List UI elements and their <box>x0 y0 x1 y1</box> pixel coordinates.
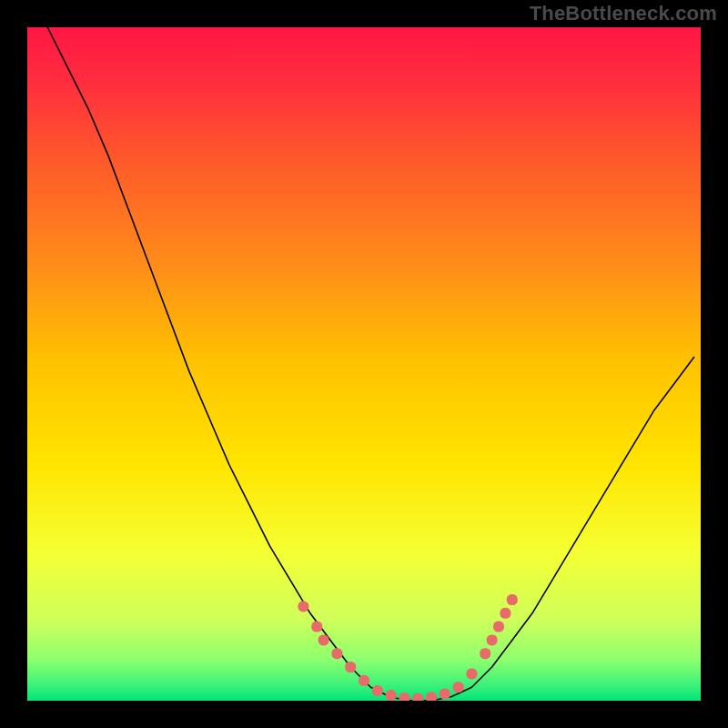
trough-marker <box>453 682 464 693</box>
trough-marker <box>359 675 369 686</box>
trough-marker <box>311 622 322 632</box>
chart-frame: TheBottleneck.com <box>0 0 728 728</box>
trough-marker <box>480 648 490 659</box>
trough-marker <box>466 668 477 679</box>
trough-marker <box>500 608 511 619</box>
trough-marker <box>331 648 342 659</box>
trough-marker <box>298 601 308 612</box>
chart-plot-area <box>27 27 701 701</box>
trough-marker <box>487 634 498 645</box>
trough-marker <box>318 634 329 645</box>
trough-marker <box>507 594 518 605</box>
trough-marker <box>345 662 356 672</box>
gradient-background <box>27 27 701 701</box>
brand-watermark: TheBottleneck.com <box>530 2 717 25</box>
trough-marker <box>372 685 383 696</box>
chart-svg <box>27 27 701 701</box>
trough-marker <box>426 692 437 701</box>
trough-marker <box>493 622 504 632</box>
trough-marker <box>386 690 397 701</box>
trough-marker <box>440 689 450 700</box>
